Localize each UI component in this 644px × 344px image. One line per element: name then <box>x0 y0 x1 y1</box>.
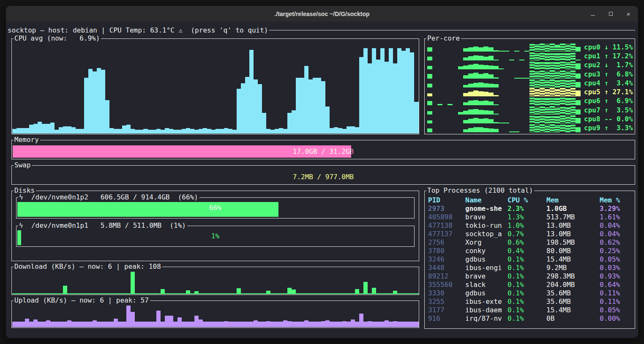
bar <box>245 77 249 134</box>
bar <box>308 322 313 327</box>
bar <box>529 106 535 115</box>
bar <box>161 130 165 134</box>
bar <box>478 91 483 96</box>
memory-gauge: 17.0GB / 31.2GB 17.0GB / 31.2GB <box>13 145 634 158</box>
bar <box>59 127 63 134</box>
bar <box>199 319 203 327</box>
bar <box>313 293 317 294</box>
bar <box>376 293 380 294</box>
bar <box>372 322 376 327</box>
bar <box>380 322 385 327</box>
bar <box>59 322 63 327</box>
bar <box>529 62 535 69</box>
disks-panel: Disks ϟ /dev/nvme0n1p2 606.5GB / 914.4GB… <box>11 191 419 261</box>
bar <box>535 97 540 105</box>
bar <box>535 125 540 132</box>
bar <box>385 62 389 134</box>
core-label: cpu2 ↓ 1.7% <box>581 61 633 69</box>
per-core-title: Per-core <box>426 34 461 43</box>
process-cell: 0B <box>546 314 600 323</box>
process-cell: 3177 <box>428 306 465 314</box>
bar <box>555 61 560 69</box>
disk-nvme0n1p1-gauge: 1% 1% <box>17 230 413 245</box>
window-titlebar[interactable]: ./target/release/soc ~/D/G/socktop ✕ <box>6 6 638 22</box>
bar <box>448 104 453 105</box>
process-cell: 0.1% <box>508 281 546 289</box>
bar <box>156 311 161 327</box>
bar <box>63 286 67 294</box>
swap-title: Swap <box>14 161 32 170</box>
bar <box>565 52 570 60</box>
bar <box>397 293 401 294</box>
bar <box>363 282 368 294</box>
bar <box>118 129 122 134</box>
bar <box>190 322 194 327</box>
bar <box>101 70 105 134</box>
bar <box>410 293 414 294</box>
bar <box>463 111 468 114</box>
bar <box>266 291 270 294</box>
bar <box>76 129 80 134</box>
bar <box>540 116 545 123</box>
bar <box>385 320 389 327</box>
bar <box>499 68 504 69</box>
app-header-text: socktop — host: debian | CPU Temp: 63.1°… <box>8 26 268 34</box>
bar <box>55 130 59 134</box>
bar <box>401 322 406 327</box>
bar <box>131 312 135 327</box>
bar <box>50 123 55 134</box>
bar <box>50 322 55 327</box>
process-cell: ibus-engi <box>465 264 508 272</box>
bar <box>126 293 131 294</box>
bar <box>376 322 380 327</box>
bar <box>540 98 545 105</box>
memory-gauge-fill: 17.0GB / 31.2GB <box>13 145 351 158</box>
bar <box>63 322 67 327</box>
bar <box>203 322 207 327</box>
bar <box>266 129 270 134</box>
bar <box>270 293 275 294</box>
bar <box>321 321 325 327</box>
bar <box>414 102 418 134</box>
bar <box>270 130 275 134</box>
bar <box>463 57 468 60</box>
process-cell: 0.11% <box>600 298 633 306</box>
core-sparkline <box>427 115 581 123</box>
bar <box>254 293 258 294</box>
bar <box>186 128 190 134</box>
bar <box>304 293 308 294</box>
bar <box>555 115 560 123</box>
bar <box>76 322 80 327</box>
bar <box>342 129 347 134</box>
top-processes-panel: Top Processes (2100 total) PIDNameCPU %M… <box>424 191 635 329</box>
maximize-button[interactable] <box>606 9 615 19</box>
bar <box>186 322 190 327</box>
bar <box>55 293 59 294</box>
core-sparkline <box>427 124 581 132</box>
close-button[interactable]: ✕ <box>624 9 633 19</box>
bar <box>97 322 101 327</box>
bar <box>514 78 519 79</box>
bar <box>540 79 545 87</box>
minimize-button[interactable] <box>588 9 598 19</box>
bar <box>296 78 300 134</box>
bar <box>397 322 401 327</box>
bar <box>488 56 494 61</box>
bar <box>300 78 304 134</box>
disk-nvme0n1p1: ϟ /dev/nvme0n1p1 5.8MB / 511.0MB (1%) 1%… <box>16 226 415 247</box>
disk-nvme0n1p2-gauge: 66% 66% <box>17 202 413 217</box>
bar <box>241 83 245 134</box>
bar <box>524 78 529 79</box>
process-cell: 3780 <box>428 247 465 255</box>
bar <box>194 291 199 294</box>
bar <box>427 74 432 79</box>
bar <box>38 122 42 134</box>
bar <box>545 97 550 105</box>
bar <box>570 115 576 123</box>
bar <box>25 128 29 134</box>
bar <box>576 82 581 87</box>
bar <box>363 322 368 327</box>
bar <box>494 104 499 105</box>
bar <box>504 51 509 52</box>
bar <box>540 106 545 114</box>
